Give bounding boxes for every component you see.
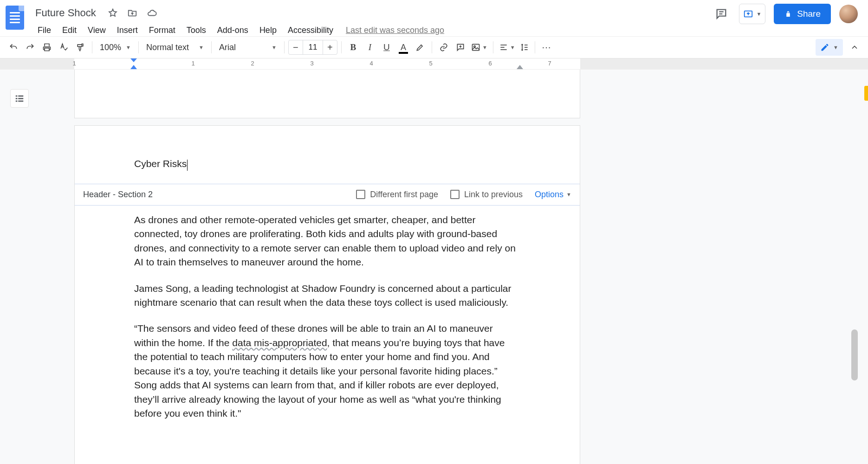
menu-addons[interactable]: Add-ons <box>212 24 253 37</box>
menu-file[interactable]: File <box>32 24 56 37</box>
toolbar-separator <box>493 41 493 53</box>
ruler[interactable]: 1 1 2 3 4 5 6 7 <box>0 58 868 70</box>
left-indent-marker[interactable] <box>130 65 137 69</box>
header-section-bar: Header - Section 2 Different first page … <box>75 184 580 206</box>
collapse-toolbar-button[interactable] <box>847 39 862 55</box>
svg-rect-18 <box>18 101 23 102</box>
menu-bar: File Edit View Insert Format Tools Add-o… <box>32 22 712 38</box>
header-options-button[interactable]: Options▼ <box>535 190 571 200</box>
paint-format-button[interactable] <box>72 39 88 55</box>
svg-rect-13 <box>16 96 18 97</box>
menu-edit[interactable]: Edit <box>57 24 82 37</box>
font-size-input[interactable]: 11 <box>303 40 323 54</box>
svg-rect-17 <box>16 101 18 102</box>
comments-button[interactable] <box>712 5 731 23</box>
text-color-button[interactable]: A <box>395 39 411 55</box>
docs-app-icon[interactable] <box>6 6 24 30</box>
insert-image-button[interactable]: ▼ <box>469 39 489 55</box>
share-button[interactable]: Share <box>774 4 831 24</box>
current-page[interactable]: Cyber Risks Header - Section 2 Different… <box>74 125 580 464</box>
font-size-increase[interactable]: + <box>323 40 337 54</box>
body-paragraph[interactable]: As drones and other remote-operated vehi… <box>134 213 520 270</box>
right-indent-marker[interactable] <box>517 65 523 69</box>
underline-button[interactable]: U <box>379 39 395 55</box>
zoom-select[interactable]: 100%▼ <box>96 39 135 55</box>
toolbar-separator <box>535 41 535 53</box>
align-button[interactable]: ▼ <box>497 39 517 55</box>
share-label: Share <box>797 9 821 19</box>
title-bar: Future Shock File Edit View Insert Forma… <box>0 0 868 36</box>
chevron-down-icon: ▼ <box>566 192 571 197</box>
last-edit-link[interactable]: Last edit was seconds ago <box>346 26 444 35</box>
menu-view[interactable]: View <box>83 24 111 37</box>
menu-accessibility[interactable]: Accessibility <box>283 24 338 37</box>
menu-help[interactable]: Help <box>254 24 282 37</box>
font-select[interactable]: Arial▼ <box>215 39 280 55</box>
print-button[interactable] <box>39 39 55 55</box>
toolbar-separator <box>284 41 285 53</box>
font-size-decrease[interactable]: − <box>289 40 303 54</box>
different-first-page-checkbox[interactable]: Different first page <box>356 190 438 200</box>
more-button[interactable]: ⋯ <box>539 39 555 55</box>
undo-button[interactable] <box>6 39 21 55</box>
chevron-down-icon: ▼ <box>756 11 761 17</box>
checkbox-icon <box>450 190 460 199</box>
body-paragraph[interactable]: “The sensors and video feed of these dro… <box>134 322 520 420</box>
menu-format[interactable]: Format <box>144 24 181 37</box>
toolbar: 100%▼ Normal text▼ Arial▼ − 11 + B I U A… <box>0 36 868 58</box>
checkbox-icon <box>356 190 365 199</box>
document-title[interactable]: Future Shock <box>32 7 99 19</box>
highlight-button[interactable] <box>412 39 428 55</box>
previous-page[interactable] <box>74 70 580 118</box>
svg-rect-14 <box>18 96 23 97</box>
grammar-squiggle[interactable]: data mis-appropriated <box>232 337 327 348</box>
svg-rect-15 <box>16 98 18 99</box>
italic-button[interactable]: I <box>362 39 378 55</box>
first-line-indent-marker[interactable] <box>130 58 137 62</box>
editing-mode-button[interactable]: ▼ <box>816 39 843 56</box>
header-section-label: Header - Section 2 <box>83 190 153 200</box>
toolbar-separator <box>341 41 342 53</box>
toolbar-separator <box>92 41 92 53</box>
document-body[interactable]: As drones and other remote-operated vehi… <box>75 206 580 451</box>
spellcheck-button[interactable] <box>56 39 71 55</box>
svg-rect-5 <box>472 44 479 50</box>
style-select[interactable]: Normal text▼ <box>143 39 207 55</box>
redo-button[interactable] <box>22 39 38 55</box>
svg-rect-16 <box>18 98 23 99</box>
account-avatar[interactable] <box>839 5 858 23</box>
document-canvas: Cyber Risks Header - Section 2 Different… <box>0 70 868 464</box>
line-spacing-button[interactable] <box>518 39 531 55</box>
menu-tools[interactable]: Tools <box>181 24 211 37</box>
text-cursor <box>187 160 188 171</box>
bold-button[interactable]: B <box>345 39 361 55</box>
move-icon[interactable] <box>127 7 138 19</box>
side-panel-tab[interactable] <box>864 86 868 101</box>
header-text[interactable]: Cyber Risks <box>134 158 187 169</box>
body-paragraph[interactable]: James Song, a leading technologist at Sh… <box>134 282 520 310</box>
insert-link-button[interactable] <box>436 39 452 55</box>
outline-toggle-button[interactable] <box>10 89 29 108</box>
toolbar-separator <box>138 41 139 53</box>
menu-insert[interactable]: Insert <box>112 24 143 37</box>
cloud-status-icon[interactable] <box>146 7 157 19</box>
toolbar-separator <box>432 41 432 53</box>
toolbar-separator <box>211 41 212 53</box>
page-header-area[interactable]: Cyber Risks <box>75 126 580 184</box>
chevron-down-icon: ▼ <box>833 45 838 50</box>
add-comment-button[interactable] <box>453 39 468 55</box>
link-to-previous-checkbox[interactable]: Link to previous <box>450 190 523 200</box>
scrollbar-thumb[interactable] <box>851 329 858 380</box>
star-icon[interactable] <box>107 7 118 19</box>
font-size-control: − 11 + <box>288 40 337 55</box>
vertical-scrollbar[interactable] <box>851 70 858 464</box>
present-button[interactable]: ▼ <box>739 4 765 24</box>
